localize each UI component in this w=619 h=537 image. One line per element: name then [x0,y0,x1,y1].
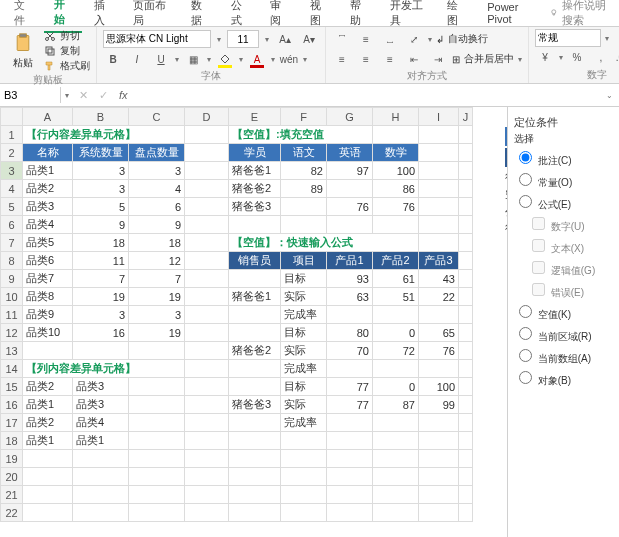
underline-button[interactable]: U [151,49,171,69]
cell[interactable] [229,486,281,504]
cell[interactable] [185,306,229,324]
cell[interactable] [419,306,459,324]
cell[interactable] [459,288,473,306]
cell[interactable] [459,270,473,288]
percent-button[interactable]: % [567,48,587,68]
cell[interactable] [327,432,373,450]
cell[interactable]: 盘点数量 [129,144,185,162]
row-header[interactable]: 14 [1,360,23,378]
cell[interactable] [419,234,459,252]
cell[interactable]: 品类4 [23,216,73,234]
row-header[interactable]: 4 [1,180,23,198]
cell[interactable] [459,504,473,522]
cell[interactable] [327,450,373,468]
cancel-formula-button[interactable]: ✕ [73,85,93,105]
row-header[interactable]: 16 [1,396,23,414]
row-header[interactable]: 18 [1,432,23,450]
cell[interactable]: 0 [373,324,419,342]
comma-button[interactable]: , [591,48,611,68]
cell[interactable]: 产品2 [373,252,419,270]
cell[interactable]: 93 [327,270,373,288]
cell[interactable]: 43 [419,270,459,288]
cell[interactable]: 品类3 [73,378,129,396]
row-header[interactable]: 21 [1,486,23,504]
cell[interactable]: 65 [419,324,459,342]
cut-button[interactable]: 剪切 [44,29,90,43]
cell[interactable] [459,306,473,324]
cell[interactable] [459,252,473,270]
row-header[interactable]: 1 [1,126,23,144]
cell[interactable] [129,342,185,360]
cell[interactable]: 品类10 [23,324,73,342]
cell[interactable] [229,360,281,378]
cell[interactable]: 4 [129,180,185,198]
col-header[interactable]: E [229,108,281,126]
cell[interactable] [459,432,473,450]
cell[interactable]: 品类3 [23,198,73,216]
cell[interactable] [185,126,229,144]
row-header[interactable]: 20 [1,468,23,486]
cell[interactable]: 87 [373,396,419,414]
cell[interactable] [129,396,185,414]
cell[interactable]: 99 [419,396,459,414]
row-header[interactable]: 15 [1,378,23,396]
number-format-select[interactable] [535,29,601,47]
cell[interactable] [459,324,473,342]
cell[interactable]: 3 [73,162,129,180]
cell[interactable] [373,306,419,324]
cell[interactable] [373,468,419,486]
cell[interactable] [23,486,73,504]
tell-me-search[interactable]: 操作说明搜索 [549,0,615,28]
cell[interactable]: 产品3 [419,252,459,270]
cell[interactable]: 80 [327,324,373,342]
cell[interactable] [419,414,459,432]
cell[interactable] [185,180,229,198]
cell[interactable]: 语文 [281,144,327,162]
align-middle-button[interactable]: ≡ [356,29,376,49]
cell[interactable] [459,180,473,198]
cell[interactable] [185,450,229,468]
cell[interactable] [419,450,459,468]
cell[interactable] [185,252,229,270]
cell[interactable] [281,468,327,486]
row-header[interactable]: 2 [1,144,23,162]
enter-formula-button[interactable]: ✓ [93,85,113,105]
cell[interactable] [185,342,229,360]
increase-decimal-button[interactable]: .0→ [615,48,619,68]
cell[interactable] [185,144,229,162]
cell[interactable] [373,216,419,234]
cell[interactable] [459,144,473,162]
cell[interactable]: 22 [419,288,459,306]
cell[interactable] [229,216,281,234]
align-right-button[interactable]: ≡ [380,49,400,69]
row-header[interactable]: 19 [1,450,23,468]
cell[interactable]: 77 [327,396,373,414]
cell[interactable]: 100 [419,378,459,396]
cell[interactable] [185,432,229,450]
cell[interactable]: 76 [327,198,373,216]
fill-color-button[interactable] [215,49,235,69]
cell[interactable]: 品类2 [23,180,73,198]
opt-formula[interactable]: 公式(E) [514,192,613,212]
col-header[interactable]: J [459,108,473,126]
orientation-button[interactable]: ⤢ [404,29,424,49]
cell[interactable] [327,414,373,432]
cell[interactable] [373,414,419,432]
cell[interactable] [373,450,419,468]
cell[interactable] [419,216,459,234]
cell[interactable] [229,432,281,450]
cell[interactable]: 11 [73,252,129,270]
cell[interactable]: 51 [373,288,419,306]
cell[interactable]: 猪爸爸1 [229,162,281,180]
cell[interactable]: 完成率 [281,306,327,324]
row-header[interactable]: 3 [1,162,23,180]
cell[interactable] [419,432,459,450]
cell[interactable] [327,180,373,198]
cell[interactable]: 89 [281,180,327,198]
cell[interactable]: 7 [129,270,185,288]
cell[interactable]: 72 [373,342,419,360]
cell[interactable]: 6 [129,198,185,216]
cell[interactable]: 12 [129,252,185,270]
cell[interactable]: 实际 [281,288,327,306]
cell[interactable]: 品类9 [23,306,73,324]
